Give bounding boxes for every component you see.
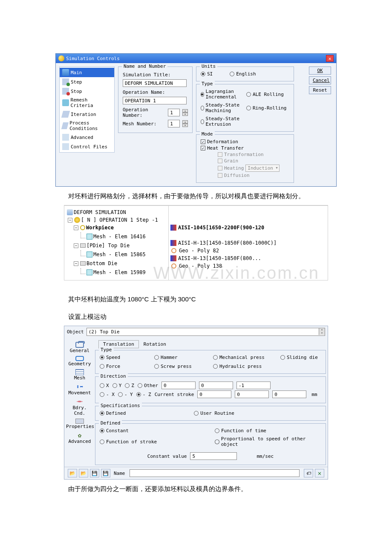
tree-root[interactable]: DEFORM SIMULATION bbox=[66, 208, 167, 216]
radio-minus-x[interactable]: - X bbox=[100, 392, 115, 397]
mesh-number-input[interactable] bbox=[168, 120, 180, 127]
nav-item-control-files[interactable]: Control Files bbox=[60, 142, 114, 151]
object-combo[interactable]: (2) Top Die ▴▾ bbox=[86, 328, 325, 336]
radio-x[interactable]: X bbox=[100, 383, 109, 388]
radio-force[interactable]: Force bbox=[100, 364, 151, 369]
radio-ale[interactable]: ALE Rolling bbox=[246, 89, 289, 100]
info-wp-mat[interactable]: AISI-1045[1650-2200F(900-120 bbox=[170, 224, 326, 231]
radio-user-routine[interactable]: User Routine bbox=[194, 410, 234, 416]
tree-workpiece[interactable]: −Workpiece bbox=[66, 224, 167, 231]
nav-item-stop[interactable]: Stop bbox=[60, 87, 114, 96]
check-heating[interactable]: HeatingInduction bbox=[218, 165, 289, 172]
radio-defined[interactable]: Defined bbox=[100, 410, 126, 416]
side-geometry[interactable]: Geometry bbox=[66, 355, 93, 367]
radio-extrusion[interactable]: Steady-State Extrusion bbox=[201, 116, 244, 127]
side-mesh[interactable]: Mesh bbox=[66, 368, 93, 382]
object-spinner[interactable]: ▴▾ bbox=[319, 328, 325, 335]
radio-z[interactable]: Z bbox=[125, 383, 134, 388]
induction-combo[interactable]: Induction bbox=[245, 165, 280, 172]
nav-item-iteration[interactable]: Iteration bbox=[60, 110, 114, 119]
object-value: (2) Top Die bbox=[89, 329, 120, 335]
collapse-icon[interactable]: − bbox=[74, 243, 78, 248]
mesh-number-spinner[interactable]: ▴▾ bbox=[182, 120, 188, 127]
stroke-z-input[interactable] bbox=[272, 390, 306, 398]
side-advanced[interactable]: ✿Advanced bbox=[66, 431, 93, 445]
vec-y-input[interactable] bbox=[199, 382, 233, 389]
tag-button[interactable]: 🏷 bbox=[304, 469, 313, 477]
radio-label: Y bbox=[119, 383, 122, 388]
info-bot-mat[interactable]: AISI-H-13[1450-1850F(800... bbox=[170, 254, 326, 262]
sim-title-input[interactable] bbox=[123, 79, 187, 87]
radio-hydraulic-press[interactable]: Hydraulic press bbox=[213, 364, 277, 369]
delete-button[interactable]: ✕ bbox=[315, 469, 324, 477]
collapse-icon[interactable]: − bbox=[74, 225, 78, 230]
radio-machining[interactable]: Steady-State Machining bbox=[201, 102, 244, 113]
radio-proportional[interactable]: Proportional to speed of other object bbox=[215, 436, 321, 447]
check-diffusion[interactable]: Diffusion bbox=[218, 173, 289, 178]
stroke-y-input[interactable] bbox=[235, 390, 269, 398]
side-movement[interactable]: ⬍⬌Movement bbox=[66, 382, 93, 396]
check-deformation[interactable]: Deformation bbox=[201, 139, 289, 145]
info-bot-geo[interactable]: Geo - Poly 138 bbox=[170, 262, 326, 270]
radio-english[interactable]: English bbox=[230, 71, 256, 77]
info-top-geo[interactable]: Geo - Poly 82 bbox=[170, 247, 326, 254]
radio-minus-y[interactable]: - Y bbox=[118, 392, 133, 397]
title-bar[interactable]: Simulation Controls ✕ bbox=[56, 54, 336, 63]
die-icon bbox=[80, 261, 86, 266]
tree-bottom-die[interactable]: −Bottom Die bbox=[66, 260, 167, 267]
check-grain[interactable]: Grain bbox=[218, 158, 289, 164]
radio-y[interactable]: Y bbox=[112, 383, 122, 388]
name-input[interactable] bbox=[130, 469, 300, 477]
radio-fn-time[interactable]: Function of time bbox=[215, 428, 321, 434]
stroke-x-input[interactable] bbox=[197, 390, 231, 398]
open-button[interactable]: 📂 bbox=[68, 469, 77, 477]
vec-z-input[interactable] bbox=[236, 382, 271, 389]
radio-minus-z[interactable]: - Z bbox=[136, 392, 151, 397]
tree-top-die[interactable]: −[PDie] Top Die bbox=[66, 242, 167, 249]
op-name-input[interactable] bbox=[123, 97, 187, 104]
radio-lagrangian[interactable]: Lagrangian Incremental bbox=[201, 89, 244, 100]
radio-si[interactable]: SI bbox=[201, 71, 213, 77]
side-general[interactable]: General bbox=[66, 341, 93, 354]
ok-button[interactable]: OK bbox=[309, 66, 331, 75]
nav-item-step[interactable]: Step bbox=[60, 77, 114, 87]
radio-other[interactable]: Other bbox=[138, 383, 158, 388]
vec-x-input[interactable] bbox=[161, 382, 196, 389]
collapse-icon[interactable]: − bbox=[74, 261, 78, 266]
save-button[interactable]: 💾 bbox=[90, 469, 99, 477]
side-properties[interactable]: Properties bbox=[66, 418, 93, 430]
const-value-input[interactable] bbox=[190, 452, 237, 460]
cancel-button[interactable]: Cancel bbox=[309, 76, 331, 84]
check-heat[interactable]: Heat Transfer bbox=[201, 145, 289, 151]
op-number-spinner[interactable]: ▴▾ bbox=[182, 109, 188, 116]
radio-mech-press[interactable]: Mechanical press bbox=[213, 355, 277, 360]
tab-rotation[interactable]: Rotation bbox=[139, 340, 171, 348]
info-top-mat[interactable]: AISI-H-13[1450-1850F(800-1000C)] bbox=[170, 239, 326, 247]
saveas-button[interactable]: 💾 bbox=[101, 469, 110, 477]
side-bdry[interactable]: ⇥⇤Bdry. Cnd. bbox=[66, 397, 93, 417]
radio-constant[interactable]: Constant bbox=[100, 428, 206, 434]
nav-item-advanced[interactable]: Advanced bbox=[60, 133, 114, 142]
radio-speed[interactable]: Speed bbox=[100, 355, 151, 360]
tree-wp-mesh[interactable]: Mesh - Elem 16416 bbox=[66, 231, 167, 242]
const-label: Constant value bbox=[147, 454, 187, 459]
check-transformation[interactable]: Transformation bbox=[218, 152, 289, 157]
radio-fn-stroke[interactable]: Function of stroke bbox=[100, 436, 206, 447]
open2-button[interactable]: 📂 bbox=[79, 469, 88, 477]
radio-hammer[interactable]: Hammer bbox=[154, 355, 210, 360]
nav-item-main[interactable]: Main bbox=[60, 68, 114, 77]
radio-sliding-die[interactable]: Sliding die bbox=[280, 355, 321, 360]
paragraph: 设置上模运动 bbox=[55, 311, 337, 322]
collapse-icon[interactable]: − bbox=[68, 218, 72, 223]
radio-screw-press[interactable]: Screw press bbox=[154, 364, 210, 369]
op-number-input[interactable] bbox=[168, 109, 180, 116]
radio-ring[interactable]: Ring-Rolling bbox=[246, 102, 289, 113]
close-icon[interactable]: ✕ bbox=[326, 55, 334, 62]
reset-button[interactable]: Reset bbox=[309, 86, 331, 94]
tree-bot-mesh[interactable]: Mesh - Elem 15989 bbox=[66, 267, 167, 278]
nav-item-process[interactable]: Process Conditions bbox=[60, 119, 114, 133]
tree-operation[interactable]: −[ N ] OPERATION 1 Step -1 bbox=[66, 216, 167, 224]
tree-top-mesh[interactable]: Mesh - Elem 15865 bbox=[66, 249, 167, 260]
radio-icon bbox=[213, 364, 218, 369]
nav-item-remesh[interactable]: Remesh Criteria bbox=[60, 96, 114, 110]
